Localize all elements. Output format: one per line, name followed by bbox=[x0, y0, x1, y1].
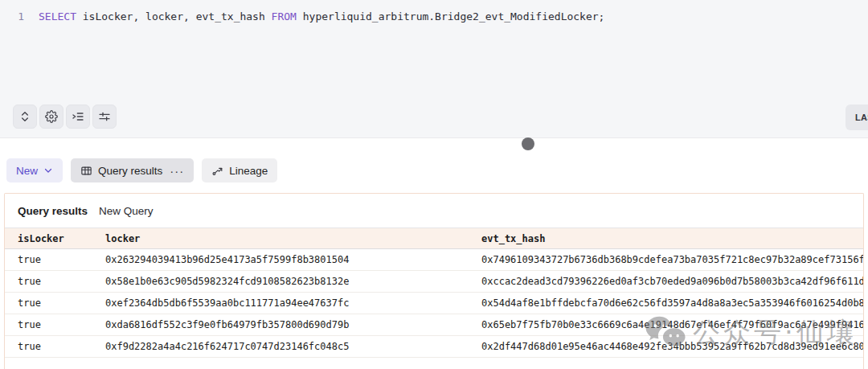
sql-keyword-from: FROM bbox=[272, 10, 297, 23]
column-header-locker[interactable]: locker bbox=[105, 233, 481, 244]
sql-code: SELECT isLocker, locker, evt_tx_hash FRO… bbox=[39, 10, 604, 24]
cell-islocker: true bbox=[18, 254, 105, 265]
lineage-graph-icon bbox=[211, 165, 223, 177]
cell-locker: 0xda6816df552c3f9e0fb64979fb357800d690d7… bbox=[105, 319, 481, 330]
format-indent-icon bbox=[72, 110, 84, 123]
table-row: true 0x263294039413b96d25e4173a5f7599f8b… bbox=[5, 249, 863, 271]
table-row: true 0xf9d2282a4a4c216f624717c0747d23146… bbox=[5, 336, 863, 358]
line-number: 1 bbox=[0, 10, 24, 24]
expand-vertical-icon bbox=[18, 110, 31, 123]
column-header-islocker[interactable]: isLocker bbox=[18, 233, 105, 244]
expand-editor-button[interactable] bbox=[13, 105, 37, 129]
tab-query-results-label: Query results bbox=[98, 165, 162, 177]
last-run-button[interactable]: LAST bbox=[845, 105, 868, 130]
cell-locker: 0xf9d2282a4a4c216f624717c0747d23146fc048… bbox=[105, 341, 481, 352]
tab-new-label: New bbox=[16, 165, 38, 177]
cell-islocker: true bbox=[18, 341, 105, 352]
column-header-evt-tx-hash[interactable]: evt_tx_hash bbox=[481, 233, 863, 244]
query-parameters-button[interactable] bbox=[92, 105, 117, 129]
sql-keyword-select: SELECT bbox=[39, 10, 76, 23]
sliders-icon bbox=[98, 110, 111, 123]
results-panel-title: Query results bbox=[18, 205, 88, 217]
pane-resize-handle[interactable] bbox=[522, 137, 534, 150]
chevron-down-icon bbox=[43, 166, 53, 175]
more-options-icon[interactable]: ··· bbox=[170, 164, 184, 178]
table-row: true 0xef2364db5db6f5539aa0bc111771a94ee… bbox=[5, 293, 863, 314]
results-table-header-row: isLocker locker evt_tx_hash bbox=[5, 228, 863, 249]
tab-query-results[interactable]: Query results ··· bbox=[71, 158, 194, 182]
cell-islocker: true bbox=[18, 319, 105, 330]
table-row: true 0x58e1b0e63c905d5982324fcd910858262… bbox=[5, 271, 863, 293]
cell-islocker: true bbox=[18, 276, 105, 287]
results-table-body: true 0x263294039413b96d25e4173a5f7599f8b… bbox=[5, 249, 863, 358]
results-query-name: New Query bbox=[99, 205, 154, 217]
editor-settings-button[interactable] bbox=[39, 105, 63, 129]
table-grid-icon bbox=[80, 165, 92, 177]
cell-evt-tx-hash: 0x65eb7f75fb70b0e33c6669c6a4e19148d67ef4… bbox=[481, 319, 863, 330]
sql-code-line[interactable]: 1 SELECT isLocker, locker, evt_tx_hash F… bbox=[0, 10, 604, 24]
sql-table-ref: hyperliquid_arbitrum.Bridge2_evt_Modifie… bbox=[297, 10, 605, 23]
cell-evt-tx-hash: 0x54d4af8e1bffdebcfa70d6e62c56fd3597a4d8… bbox=[481, 297, 863, 309]
tab-lineage-label: Lineage bbox=[229, 165, 268, 177]
sql-editor[interactable]: 1 SELECT isLocker, locker, evt_tx_hash F… bbox=[0, 0, 868, 138]
cell-locker: 0x263294039413b96d25e4173a5f7599f8b38015… bbox=[105, 254, 481, 265]
cell-locker: 0xef2364db5db6f5539aa0bc111771a94ee47637… bbox=[105, 297, 481, 309]
cell-evt-tx-hash: 0x2df447d68d01e95e46ac4468e492fe34bbb539… bbox=[481, 341, 863, 352]
table-row: true 0xda6816df552c3f9e0fb64979fb357800d… bbox=[5, 314, 863, 336]
cell-evt-tx-hash: 0xccac2dead3cd79396226ed0af3cb70eded9a09… bbox=[481, 276, 863, 287]
sql-columns: isLocker, locker, evt_tx_hash bbox=[76, 10, 272, 23]
results-table: isLocker locker evt_tx_hash true 0x26329… bbox=[5, 228, 863, 358]
cell-evt-tx-hash: 0x7496109343727b6736db368b9cdefea73ba703… bbox=[481, 254, 863, 265]
query-results-panel: Query results New Query isLocker locker … bbox=[4, 193, 864, 369]
results-tab-bar: New Query results ··· Lineage bbox=[6, 158, 277, 182]
editor-toolbar bbox=[13, 105, 117, 129]
settings-gear-icon bbox=[45, 110, 58, 123]
cell-islocker: true bbox=[18, 297, 105, 309]
cell-locker: 0x58e1b0e63c905d5982324fcd9108582623b813… bbox=[105, 276, 481, 287]
tab-new[interactable]: New bbox=[6, 158, 63, 182]
results-panel-header: Query results New Query bbox=[5, 194, 863, 228]
tab-lineage[interactable]: Lineage bbox=[202, 158, 277, 182]
format-query-button[interactable] bbox=[66, 105, 90, 129]
